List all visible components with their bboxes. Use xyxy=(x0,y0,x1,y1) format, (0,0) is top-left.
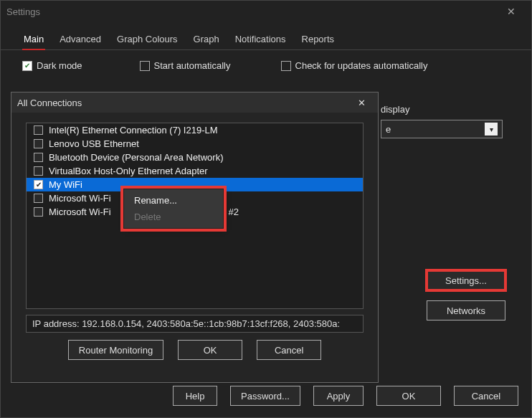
close-icon[interactable]: ✕ xyxy=(351,98,372,108)
list-item[interactable]: Lenovo USB Ethernet xyxy=(27,137,363,151)
tab-graph[interactable]: Graph xyxy=(192,29,221,49)
tabs-bar: Main Advanced Graph Colours Graph Notifi… xyxy=(1,22,531,50)
dialog-title: All Connections xyxy=(17,98,351,108)
dialog-titlebar: All Connections ✕ xyxy=(11,92,378,113)
dialog-buttons: Router Monitoring OK Cancel xyxy=(11,340,378,360)
list-item[interactable]: VirtualBox Host-Only Ethernet Adapter xyxy=(27,164,363,178)
dark-mode-check[interactable]: ✔ Dark mode xyxy=(22,60,82,71)
check-updates-label: Check for updates automatically xyxy=(295,60,428,71)
main-titlebar: Settings ✕ xyxy=(1,1,531,22)
check-updates-check[interactable]: Check for updates automatically xyxy=(281,60,428,71)
check-row: ✔ Dark mode Start automatically Check fo… xyxy=(22,60,510,71)
ok-button[interactable]: OK xyxy=(376,386,441,406)
checkbox-icon[interactable] xyxy=(34,125,43,135)
dialog-cancel-button[interactable]: Cancel xyxy=(257,340,321,360)
tab-main[interactable]: Main xyxy=(22,29,45,50)
checkbox-icon[interactable] xyxy=(34,166,43,176)
connection-suffix: r #2 xyxy=(223,206,239,217)
connection-label: Microsoft Wi-Fi xyxy=(49,193,111,204)
all-connections-dialog: All Connections ✕ Intel(R) Ethernet Conn… xyxy=(11,92,379,383)
start-auto-label: Start automatically xyxy=(154,60,231,71)
connection-label: My WiFi xyxy=(49,179,82,190)
delete-menuitem[interactable]: Delete xyxy=(124,209,223,225)
bottom-buttons: Help Password... Apply OK Cancel xyxy=(173,386,518,406)
main-content: ✔ Dark mode Start automatically Check fo… xyxy=(1,50,531,90)
main-window-title: Settings xyxy=(6,6,497,17)
tab-reports[interactable]: Reports xyxy=(300,29,336,49)
settings-button[interactable]: Settings... xyxy=(427,270,505,290)
display-select[interactable]: e ▾ xyxy=(381,120,503,138)
display-select-value: e xyxy=(386,124,391,135)
dialog-ok-button[interactable]: OK xyxy=(178,340,242,360)
connection-label: Intel(R) Ethernet Connection (7) I219-LM xyxy=(49,125,218,136)
checkbox-icon[interactable]: ✔ xyxy=(22,61,32,71)
checkbox-icon[interactable] xyxy=(281,61,291,71)
checkbox-icon[interactable] xyxy=(140,61,150,71)
networks-button[interactable]: Networks xyxy=(427,300,505,320)
right-buttons: Settings... Networks xyxy=(427,270,505,320)
apply-button[interactable]: Apply xyxy=(313,386,364,406)
chevron-down-icon[interactable]: ▾ xyxy=(485,123,498,136)
list-item[interactable]: Bluetooth Device (Personal Area Network) xyxy=(27,151,363,164)
list-item[interactable]: Intel(R) Ethernet Connection (7) I219-LM xyxy=(27,123,363,137)
close-icon[interactable]: ✕ xyxy=(497,6,526,17)
display-label: display xyxy=(381,104,409,115)
checkbox-icon[interactable]: ✔ xyxy=(34,180,43,189)
connection-label: Bluetooth Device (Personal Area Network) xyxy=(49,152,224,163)
tab-graph-colours[interactable]: Graph Colours xyxy=(115,29,179,49)
start-auto-check[interactable]: Start automatically xyxy=(140,60,231,71)
connection-label: VirtualBox Host-Only Ethernet Adapter xyxy=(49,166,208,176)
password-button[interactable]: Password... xyxy=(230,386,300,406)
cancel-button[interactable]: Cancel xyxy=(454,386,518,406)
connection-label: Lenovo USB Ethernet xyxy=(49,138,139,149)
dark-mode-label: Dark mode xyxy=(37,60,82,71)
context-menu: Rename... Delete xyxy=(123,189,224,229)
connection-label: Microsoft Wi-Fi xyxy=(49,206,111,217)
tab-advanced[interactable]: Advanced xyxy=(58,29,103,49)
rename-menuitem[interactable]: Rename... xyxy=(124,192,223,209)
help-button[interactable]: Help xyxy=(173,386,217,406)
checkbox-icon[interactable] xyxy=(34,207,43,217)
ip-address-field[interactable]: IP address: 192.168.0.154, 2403:580a:5e:… xyxy=(26,315,364,333)
checkbox-icon[interactable] xyxy=(34,153,43,162)
checkbox-icon[interactable] xyxy=(34,194,43,203)
checkbox-icon[interactable] xyxy=(34,139,43,148)
router-monitoring-button[interactable]: Router Monitoring xyxy=(68,340,163,360)
tab-notifications[interactable]: Notifications xyxy=(234,29,288,49)
